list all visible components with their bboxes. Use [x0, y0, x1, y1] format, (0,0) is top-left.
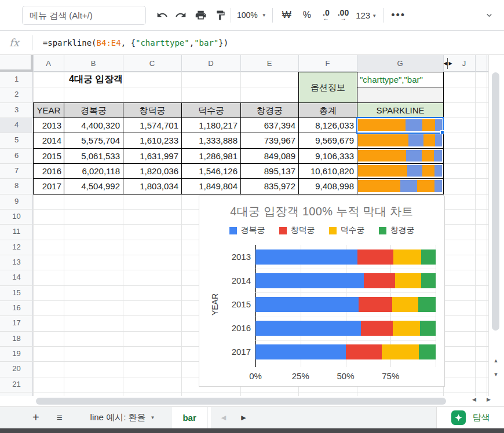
more-toolbar-icon[interactable]: ••• [391, 9, 406, 21]
cell-E4[interactable]: 637,394 [240, 118, 299, 133]
row-header-6[interactable]: 6 [0, 148, 33, 163]
column-header-C[interactable]: C [123, 55, 181, 72]
row-header-7[interactable]: 7 [0, 163, 33, 178]
cell-header-YEAR[interactable]: YEAR [33, 102, 64, 118]
cell-D4[interactable]: 1,180,217 [181, 118, 241, 133]
chart-bar-2013[interactable] [255, 249, 436, 265]
row-header-8[interactable]: 8 [0, 178, 33, 193]
row-header-10[interactable]: 10 [0, 209, 33, 224]
cell-G1-charttype[interactable]: "charttype","bar" [357, 72, 444, 87]
row-header-13[interactable]: 13 [0, 255, 33, 270]
cell-B7[interactable]: 6,020,118 [64, 163, 123, 179]
row-header-9[interactable]: 9 [0, 194, 33, 209]
row-header-14[interactable]: 14 [0, 270, 33, 285]
scroll-down-icon[interactable]: ▼ [491, 368, 501, 381]
redo-icon[interactable] [174, 8, 188, 22]
hidden-columns-right-icon[interactable]: ▶ [448, 55, 453, 72]
cell-F6-total[interactable]: 9,106,333 [298, 148, 357, 164]
cell-header-창경궁[interactable]: 창경궁 [240, 102, 299, 118]
row-header-19[interactable]: 19 [0, 346, 33, 361]
column-header-F[interactable]: F [298, 55, 357, 72]
add-sheet-icon[interactable]: + [32, 411, 39, 424]
undo-icon[interactable] [155, 8, 169, 22]
cell-G5-sparkline[interactable] [357, 133, 444, 148]
row-header-17[interactable]: 17 [0, 315, 33, 331]
cell-B8[interactable]: 4,504,992 [64, 178, 123, 194]
scroll-left-icon[interactable]: ◀ [472, 397, 476, 402]
cell-B1-title[interactable]: 4대궁 입장객 [64, 72, 185, 87]
row-header-1[interactable]: 1 [0, 72, 33, 87]
cell-F4-total[interactable]: 8,126,033 [298, 118, 357, 133]
percent-format-button[interactable]: % [303, 10, 311, 20]
chart-bar-2015[interactable] [255, 297, 436, 312]
cell-F7-total[interactable]: 10,610,820 [298, 163, 357, 179]
column-header-J[interactable]: J [453, 55, 475, 72]
cell-header-총계[interactable]: 총계 [298, 102, 357, 118]
column-header-D[interactable]: D [181, 55, 240, 72]
all-sheets-icon[interactable]: ≡ [57, 412, 63, 424]
horizontal-scrollbar-thumb[interactable] [36, 398, 446, 405]
cell-A4-year[interactable]: 2013 [33, 118, 64, 133]
zoom-select[interactable]: 100% ▼ [237, 10, 266, 20]
cell-B5[interactable]: 5,575,704 [64, 133, 123, 148]
row-header-2[interactable]: 2 [0, 87, 33, 102]
number-format-button[interactable]: 123▼ [356, 10, 377, 20]
cell-B4[interactable]: 4,400,320 [64, 118, 123, 133]
cell-D6[interactable]: 1,286,981 [181, 148, 241, 164]
column-header-B[interactable]: B [64, 55, 123, 72]
cell-D8[interactable]: 1,849,804 [181, 178, 241, 194]
paint-format-icon[interactable] [213, 8, 227, 22]
cell-A7-year[interactable]: 2016 [33, 163, 64, 179]
collapse-toolbar-icon[interactable] [482, 8, 496, 22]
print-icon[interactable] [193, 8, 207, 22]
explore-button[interactable]: 탐색 [436, 407, 504, 429]
cell-A6-year[interactable]: 2015 [33, 148, 64, 164]
decrease-decimals-button[interactable]: .0← [323, 9, 330, 21]
row-header-20[interactable]: 20 [0, 361, 33, 376]
cell-C4[interactable]: 1,574,701 [123, 118, 182, 133]
cell-D7[interactable]: 1,546,126 [181, 163, 241, 179]
tab-scroll-left-icon[interactable]: ◀ [221, 414, 226, 421]
sheet-tab-partial[interactable] [207, 407, 211, 429]
tab-scroll-right-icon[interactable]: ▶ [241, 414, 246, 421]
cell-F5-total[interactable]: 9,569,679 [298, 133, 357, 148]
chart[interactable]: 4대궁 입장객 100% 누적 막대 차트 경복궁창덕궁덕수궁창경궁 YEAR … [199, 196, 445, 387]
cell-C5[interactable]: 1,610,233 [123, 133, 182, 148]
cell-A8-year[interactable]: 2017 [33, 178, 64, 194]
cell-header-SPARKLINE[interactable]: SPARKLINE [357, 102, 444, 118]
row-header-11[interactable]: 11 [0, 224, 33, 239]
row-header-3[interactable]: 3 [0, 102, 33, 118]
chart-bar-2017[interactable] [255, 344, 436, 359]
row-header-16[interactable]: 16 [0, 300, 33, 315]
cell-G7-sparkline[interactable] [357, 163, 444, 179]
cell-E7[interactable]: 895,137 [240, 163, 299, 179]
column-header-E[interactable]: E [240, 55, 298, 72]
cell-header-창덕궁[interactable]: 창덕궁 [123, 102, 182, 118]
cell-header-덕수궁[interactable]: 덕수궁 [181, 102, 241, 118]
cell-header-경복궁[interactable]: 경복궁 [64, 102, 123, 118]
row-header-21[interactable]: 21 [0, 377, 33, 392]
cell-G2[interactable] [357, 87, 444, 102]
column-header-G[interactable]: G [357, 55, 443, 72]
menu-search-input[interactable] [22, 6, 146, 25]
sheet-tab-line[interactable]: line 예시: 환율 ▼ [80, 407, 166, 429]
cell-E8[interactable]: 835,972 [240, 178, 299, 194]
scroll-up-icon[interactable]: ▲ [491, 354, 501, 367]
scroll-right-icon[interactable]: ▶ [487, 397, 491, 402]
chart-bar-2016[interactable] [255, 321, 436, 336]
row-header-12[interactable]: 12 [0, 240, 33, 255]
increase-decimals-button[interactable]: .00→ [338, 9, 349, 21]
cell-C7[interactable]: 1,820,036 [123, 163, 182, 179]
row-header-4[interactable]: 4 [0, 118, 33, 133]
cell-G6-sparkline[interactable] [357, 148, 444, 164]
select-all-corner[interactable] [0, 55, 33, 72]
cell-A5-year[interactable]: 2014 [33, 133, 64, 148]
row-header-5[interactable]: 5 [0, 133, 33, 148]
cell-F1-option-info[interactable]: 옵션정보 [298, 72, 357, 103]
column-header-A[interactable]: A [33, 55, 64, 72]
chart-bar-2014[interactable] [255, 273, 436, 288]
sheet-tab-bar-active[interactable]: bar [172, 407, 206, 429]
cell-C8[interactable]: 1,803,034 [123, 178, 182, 194]
cell-C6[interactable]: 1,631,997 [123, 148, 182, 164]
cell-D5[interactable]: 1,333,888 [181, 133, 241, 148]
